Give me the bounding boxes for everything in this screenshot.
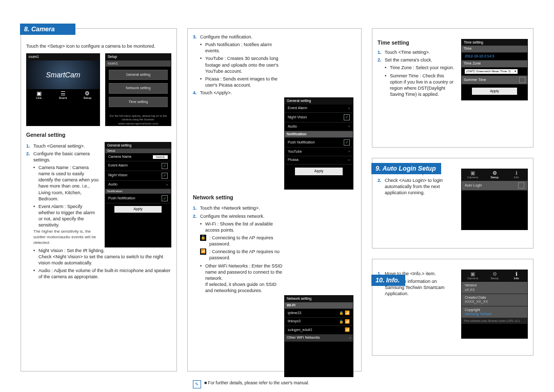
net-d1: 🔒: Connecting to the AP requires passwor… xyxy=(200,235,285,247)
gen-row-event-alarm[interactable]: Event Alarm✓ xyxy=(105,161,171,171)
tz-row-label: Time Zone xyxy=(462,60,527,67)
gen-b2-note: The higher the sensitivity is, the subtl… xyxy=(33,229,100,245)
wifi-row-ap1[interactable]: iptime23 xyxy=(285,309,353,318)
wifi-open-icon: 📶 xyxy=(200,249,206,255)
phone-screens-row-1: room1 SmartCam ▣Live ☰Event ⚙Setup Setup… xyxy=(26,53,171,126)
phone-smartcam-home: room1 SmartCam ▣Live ☰Event ⚙Setup xyxy=(26,53,100,126)
phone-network-setting: Network setting Wi-Fi iptime23 linksys3 … xyxy=(284,295,353,377)
wifi-lock-icon: 🔒 xyxy=(200,235,206,241)
phone-info: ▣Camera ⚙Setup ℹInfo Version vX.XX Creat… xyxy=(461,270,528,339)
notif-b1: Push Notification : Notifies alarm event… xyxy=(200,42,285,54)
chevron-right-icon: › xyxy=(348,106,350,111)
tab-camera[interactable]: ▣Camera xyxy=(462,169,484,181)
check-icon[interactable]: ✓ xyxy=(162,163,168,169)
notif-step-3: Configure the notification. xyxy=(193,34,285,40)
netset-apply-button[interactable]: Apply xyxy=(295,168,343,175)
smartcam-footer-tabs: ▣Live ☰Event ⚙Setup xyxy=(27,89,100,101)
phone-title-room: room1 xyxy=(27,54,100,60)
section-header-info: 10. Info. xyxy=(371,275,405,286)
gen-step-1: Touch <General setting>. xyxy=(26,143,100,149)
setup-link: www.samsungsmartcam.com xyxy=(106,122,171,126)
gen-row-audio[interactable]: Audio› xyxy=(105,181,171,190)
smartcam-logo: SmartCam xyxy=(27,60,100,90)
netset-row-push[interactable]: Push Notification✓ xyxy=(285,138,353,148)
net-d2: 📶: Connecting to the AP requires no pass… xyxy=(200,249,285,261)
lock-icon xyxy=(339,320,345,323)
summer-row[interactable]: Summer Time xyxy=(462,76,527,85)
gen-step-2: Configure the basic camera settings. xyxy=(26,151,100,163)
wifi-row-ap2[interactable]: linksys3 xyxy=(285,318,353,326)
btn-time-setting[interactable]: Time setting xyxy=(109,97,168,107)
tab-camera-2[interactable]: ▣Camera xyxy=(462,270,484,282)
gen-sect-notif: Notification xyxy=(105,189,171,194)
check-icon[interactable]: ✓ xyxy=(162,173,168,179)
gen-b2: Event Alarm : Specify whether to trigger… xyxy=(33,203,100,229)
wifi-row-ap3[interactable]: solugen_edu#1 xyxy=(285,326,353,335)
heading-time-setting: Time setting xyxy=(378,39,457,46)
box-time-setting: Time setting Touch <Time setting>. Set t… xyxy=(372,28,533,148)
time-step-2: Set the camera's clock. xyxy=(378,57,457,63)
gen-apply-button[interactable]: Apply xyxy=(114,206,162,212)
time-apply-button[interactable]: Apply xyxy=(472,88,517,95)
checkbox-icon[interactable] xyxy=(519,77,525,83)
timezone-select[interactable]: (GMT) Greenwich Mean Time: D… ▾ xyxy=(465,69,518,74)
heading-general-setting: General setting xyxy=(26,131,171,138)
tab-setup-2[interactable]: ⚙Setup xyxy=(484,270,506,282)
section-header-auto-login: 9. Auto Login Setup xyxy=(371,163,441,174)
lock-icon xyxy=(339,311,345,315)
info-row-version: Version vX.XX xyxy=(462,282,527,294)
check-icon[interactable]: ✓ xyxy=(162,195,168,201)
btn-general-setting[interactable]: General setting xyxy=(109,70,168,80)
wifi-other-networks[interactable]: Other WiFi Networks› xyxy=(285,335,353,342)
check-icon[interactable]: ✓ xyxy=(344,114,350,120)
time-b2: Summer Time : Check this option if you l… xyxy=(385,73,457,98)
net-step-2: Configure the wireless network. xyxy=(193,213,285,219)
tab-setup[interactable]: ⚙Setup xyxy=(484,169,506,181)
checkbox-icon[interactable] xyxy=(518,182,524,189)
netset-row-youtube[interactable]: YouTube› xyxy=(285,148,353,156)
net-b2: Other WiFi Networks : Enter the SSID nam… xyxy=(200,263,285,294)
netset-sect-notif: Notification xyxy=(285,131,353,138)
chevron-right-icon: › xyxy=(348,158,350,163)
tab-event[interactable]: ☰Event xyxy=(51,89,75,101)
tab-setup[interactable]: ⚙Setup xyxy=(75,89,100,101)
netset-row-audio[interactable]: Audio› xyxy=(285,122,353,131)
note-icon: ✎ xyxy=(193,380,201,388)
heading-network-setting: Network setting xyxy=(193,194,356,201)
tz-row-value[interactable]: (GMT) Greenwich Mean Time: D… ▾ xyxy=(462,68,527,76)
tab-live[interactable]: ▣Live xyxy=(27,89,51,101)
gen-row-push[interactable]: Push Notification✓ xyxy=(105,194,171,203)
phone-time-setting: Time setting Time 2012-10-10 2:14:3 Time… xyxy=(461,39,528,100)
wifi-phone-title: Network setting xyxy=(285,296,353,302)
auto-login-row[interactable]: Auto Login xyxy=(462,181,527,191)
tab-info[interactable]: ℹInfo xyxy=(505,169,527,181)
info-lgpl-note: This software uses libraries under LGPL … xyxy=(462,318,527,324)
check-icon[interactable]: ✓ xyxy=(344,139,350,146)
net-step-1: Touch the <Network setting>. xyxy=(193,205,285,211)
netset-row-event-alarm[interactable]: Event Alarm› xyxy=(285,105,353,113)
notif-b3: Picasa : Sends event images to the user'… xyxy=(200,76,285,88)
info-row-copyright: Copyright Samsung Techwin xyxy=(462,306,527,318)
box-info: Move to the <Info.> item. Shows the info… xyxy=(372,259,533,356)
auto-step-2: Check <Auto Login> to login automaticall… xyxy=(378,177,457,196)
btn-network-setting[interactable]: Network setting xyxy=(109,83,168,93)
netset-row-picasa[interactable]: Picasa› xyxy=(285,156,353,165)
phone-title-setup: Setup xyxy=(106,54,171,60)
tab-bar-info: ▣Camera ⚙Setup ℹInfo xyxy=(462,270,527,282)
camera-name-input[interactable]: room1 xyxy=(153,155,168,159)
chevron-right-icon: › xyxy=(349,336,351,341)
gen-row-night-vision[interactable]: Night Vision✓ xyxy=(105,171,171,181)
info-row-created: Created Date XXXX_XX_XX xyxy=(462,294,527,306)
time-b1: Time Zone : Select your region. xyxy=(385,65,457,71)
wifi-signal-icon xyxy=(345,320,350,323)
gen-b3: Night Vision : Set the IR lighting.Check… xyxy=(33,247,171,266)
notif-step-4: Touch <Apply>. xyxy=(193,90,285,96)
column-2: Configure the notification. Push Notific… xyxy=(187,28,362,372)
gen-phone-title: General setting xyxy=(105,142,171,149)
gen-b4: Audio : Adjust the volume of the built-i… xyxy=(33,267,171,280)
column-1: Touch the <Setup> icon to configure a ca… xyxy=(21,28,177,372)
tab-info-2[interactable]: ℹInfo xyxy=(505,270,527,282)
netset-row-night-vision[interactable]: Night Vision✓ xyxy=(285,113,353,122)
gen-row-camera-name[interactable]: Camera Name room1 xyxy=(105,153,171,161)
tab-bar: ▣Camera ⚙Setup ℹInfo xyxy=(462,169,527,181)
